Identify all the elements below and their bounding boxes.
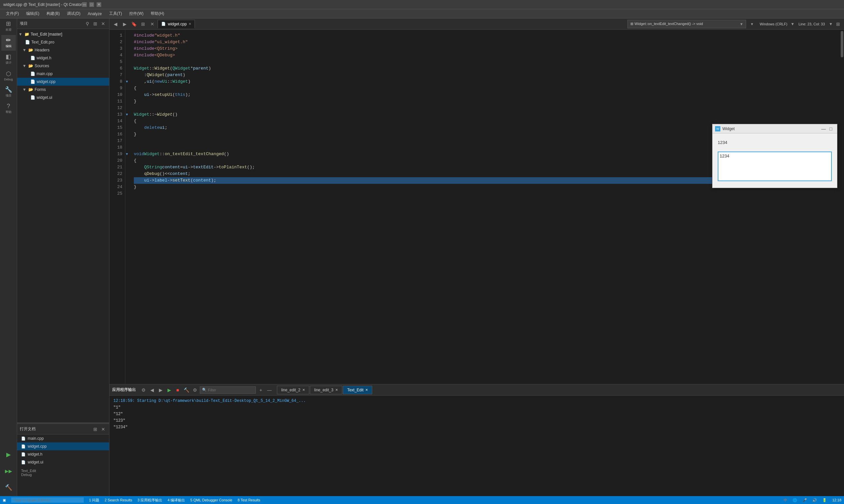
open-files-layout-btn[interactable]: ⊞ [92,426,99,433]
output-filter[interactable]: 🔍 [200,386,256,394]
collapse-icon: ▼ [22,87,27,92]
tree-item-project-root[interactable]: ▼ 📁 Text_Edit [master] [17,30,109,38]
folder-icon: 📂 [28,64,33,68]
widget-textedit[interactable]: 1234 [718,151,832,181]
open-file-widget-h[interactable]: 📄 widget.h [17,450,109,458]
code-line-3: #include <QString> [134,46,836,52]
sidebar-btn-welcome[interactable]: ⊞ 欢迎 [1,18,16,34]
main-layout: ⊞ 欢迎 ✏ 编辑 ◧ 设计 ⬡ Debug 🔧 项目 ? 帮助 ▶ ▶▶ [0,18,844,496]
project-panel-filter-btn[interactable]: ⚲ [84,20,91,27]
output-run-btn[interactable]: ▶ [166,386,173,394]
editor-area: 12345 678910 1112131415 1617181920 21222… [109,30,844,384]
project-panel-layout-btn[interactable]: ⊞ [92,20,99,27]
sidebar-btn-design[interactable]: ◧ 设计 [1,51,16,67]
tree-item-headers[interactable]: ▼ 📂 Headers [17,46,109,54]
output-tab-text-edit[interactable]: Text_Edit ✕ [343,386,372,394]
function-selector[interactable]: ⊞ Widget::on_textEdit_textChanged() -> v… [627,20,746,28]
output-build-btn[interactable]: 🔨 [183,386,190,394]
output-config-btn[interactable]: ⚙ [191,386,199,394]
minimize-button[interactable]: — [82,2,87,7]
status-compile-output[interactable]: 4 编译输出 [168,498,185,503]
menu-tools[interactable]: 工具(T) [106,10,125,18]
sidebar-btn-run[interactable]: ▶ [1,447,16,463]
output-settings-btn[interactable]: ⚙ [140,386,147,394]
file-icon: 📄 [21,444,26,449]
tree-item-widget-ui[interactable]: 📄 widget.ui [17,93,109,102]
filter-input[interactable] [208,388,254,392]
tree-item-label: widget.ui [37,95,52,100]
status-problems[interactable]: 1 问题 [89,498,99,503]
sidebar-btn-help[interactable]: ? 帮助 [1,101,16,116]
status-locate[interactable] [11,498,84,503]
bookmark-button[interactable]: 🔖 [130,20,138,28]
menu-build[interactable]: 构建(B) [43,10,63,18]
status-test-results[interactable]: 8 Test Results [238,498,260,502]
menu-edit[interactable]: 编辑(E) [23,10,42,18]
project-panel-close-btn[interactable]: ✕ [100,20,106,27]
status-speaker[interactable]: 🔊 [812,498,817,502]
tab-close-icon[interactable]: ✕ [302,388,305,392]
sidebar-btn-edit[interactable]: ✏ 编辑 [1,35,16,51]
tab-widget-cpp[interactable]: 📄 widget.cpp ✕ [158,20,195,28]
open-files-close-btn[interactable]: ✕ [100,426,106,433]
line-col-arrow: ▼ [829,22,833,26]
widget-maximize-btn[interactable]: □ [827,125,834,132]
collapse-icon: ▼ [18,32,22,37]
sidebar-btn-build[interactable]: 🔨 [1,480,16,496]
sidebar-btn-project[interactable]: 🔧 项目 [1,84,16,100]
edit-label: 编辑 [5,44,12,49]
status-ime[interactable]: 中 [784,498,787,503]
menu-controls[interactable]: 控件(W) [126,10,147,18]
close-split-button[interactable]: ✕ [148,20,156,28]
status-app-output[interactable]: 3 应用程序输出 [137,498,162,503]
status-mic[interactable]: 🎤 [803,498,807,502]
battery-icon: 🔋 [822,498,827,502]
locator-input[interactable] [11,498,84,503]
folder-icon: 📂 [28,87,33,92]
editor-scrollbar[interactable] [840,30,844,384]
tree-item-widget-cpp[interactable]: 📄 widget.cpp [17,78,109,86]
menu-bar: 文件(F) 编辑(E) 构建(B) 调试(D) Analyze 工具(T) 控件… [0,9,844,18]
sidebar-btn-debug[interactable]: ⬡ Debug [1,68,16,84]
forward-button[interactable]: ▶ [121,20,128,28]
output-prev-btn[interactable]: ◀ [148,386,156,394]
open-file-main-cpp[interactable]: 📄 main.cpp [17,434,109,443]
status-qml-debugger[interactable]: 5 QML Debugger Console [190,498,232,502]
code-editor[interactable]: #include "widget.h" #include "ui_widget.… [130,30,840,384]
tab-close-icon[interactable]: ✕ [335,388,338,392]
output-tab-line-edit-2[interactable]: line_edit_2 ✕ [277,386,309,394]
expand-button[interactable]: ⊞ [834,20,842,28]
status-network[interactable]: 🌐 [793,498,797,502]
open-file-widget-cpp[interactable]: 📄 widget.cpp [17,443,109,450]
split-button[interactable]: ⊞ [139,20,147,28]
tab-close-icon[interactable]: ✕ [189,22,191,26]
search-label: 2 Search Results [104,498,132,502]
open-file-widget-ui[interactable]: 📄 widget.ui [17,458,109,466]
back-button[interactable]: ◀ [111,20,119,28]
tree-item-widget-h[interactable]: 📄 widget.h [17,54,109,62]
menu-file[interactable]: 文件(F) [3,10,22,18]
output-tab-line-edit-3[interactable]: line_edit_3 ✕ [310,386,342,394]
tree-item-pro[interactable]: 📄 Text_Edit.pro [17,38,109,46]
tab-close-icon[interactable]: ✕ [365,388,368,392]
tree-item-main-cpp[interactable]: 📄 main.cpp [17,70,109,78]
output-stop-btn[interactable]: ■ [174,386,181,394]
menu-debug[interactable]: 调试(D) [64,10,84,18]
debug-label: Debug [4,78,13,81]
output-add-btn[interactable]: + [257,386,264,394]
tree-item-forms[interactable]: ▼ 📂 Forms [17,86,109,93]
close-button[interactable]: ✕ [97,2,101,7]
tree-item-sources[interactable]: ▼ 📂 Sources [17,62,109,70]
output-next-btn[interactable]: ▶ [157,386,164,394]
status-toggle-panel[interactable]: ▣ [3,498,6,502]
maximize-button[interactable]: □ [89,2,94,7]
status-search[interactable]: 2 Search Results [104,498,132,502]
sidebar-btn-run-debug[interactable]: ▶▶ [1,463,16,479]
project-icon: 🔧 [5,87,12,93]
widget-minimize-btn[interactable]: — [820,125,827,132]
menu-help[interactable]: 帮助(H) [148,10,168,18]
status-battery[interactable]: 🔋 [822,498,827,502]
left-panel: 项目 ⚲ ⊞ ✕ ▼ 📁 Text_Edit [master] 📄 Text_E… [17,18,109,496]
output-remove-btn[interactable]: — [266,386,273,394]
menu-analyze[interactable]: Analyze [84,10,105,17]
